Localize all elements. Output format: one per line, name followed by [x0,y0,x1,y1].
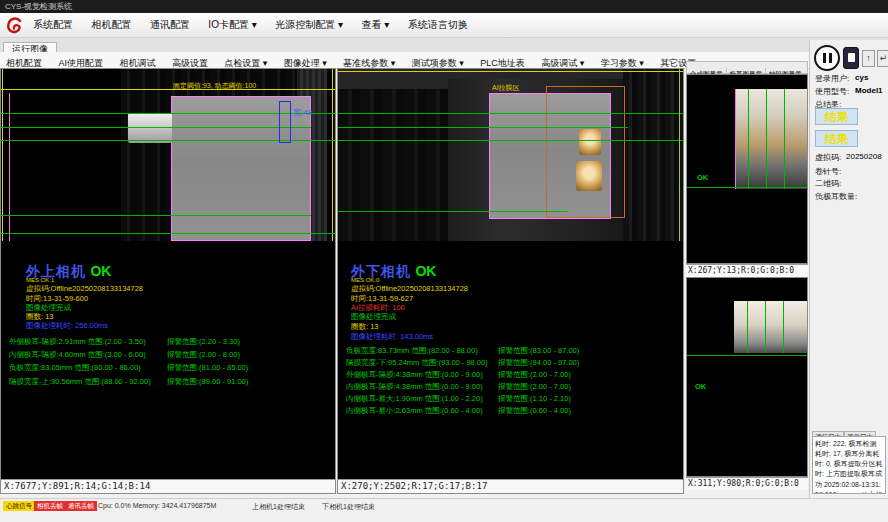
cpu-memory-status: Cpu: 0.0% Memory: 3424.41796875M [98,502,216,509]
center-elapsed-time: 图像处理耗时: 143.00ms [351,332,433,342]
enter-button[interactable]: ↵ [877,50,888,67]
guide-line-pink-v [9,93,10,241]
preview-view-lower[interactable]: OK [686,277,808,477]
measurement-text: 隔膜宽度-下:95.24mm 范围:(93.00 - 98.00) [346,358,488,367]
measurement-row: 内侧极耳-隔膜:4.60mm 范围:(3.00 - 6.00) 报警范围:(2.… [9,350,146,360]
upper-preview-coordinate-bar: X:267;Y:13;R:0;G:0;B:0 [686,264,808,277]
menu-bar: 系统配置 相机配置 通讯配置 IO卡配置 ▾ 光源控制配置 ▾ 查看 ▾ 系统语… [0,13,888,38]
measure-line-green-v1 [748,89,749,189]
center-process-done: 图像处理完成 [351,312,396,322]
menu-comm-config[interactable]: 通讯配置 [143,13,197,37]
measurement-text: 隔膜宽度-上:90.56mm 范围:(88.00 - 92.00) [9,377,151,386]
measure-line-green-2 [1,127,311,128]
center-turn-count: 圈数: 13 [351,322,379,332]
application-window: CYS-视觉检测系统 系统配置 相机配置 通讯配置 IO卡配置 ▾ 光源控制配置… [0,0,888,522]
left-threshold-label: 固定阈值:93, 动态阈值:100 [173,81,256,91]
measure-line-green-h [687,187,807,188]
measure-line-green-v3 [784,89,785,189]
view-tab-bar: 运行图像 [0,38,888,53]
measure-line-green-2 [338,127,628,128]
menu-light-config[interactable]: 光源控制配置 ▾ [268,13,350,37]
app-logo-icon [5,16,23,35]
measurement-text: 内侧极耳-隔膜:4.60mm 范围:(3.00 - 6.00) [9,350,146,359]
login-user-value: cys [855,73,868,82]
guide-line-yellow-h [338,71,683,72]
alarm-range-text: 报警范围:(1.10 - 2.10) [498,394,571,404]
preview-column: 合成图显示极耳图显示缺陷图显示 OK X:267;Y:13;R:0;G:0;B:… [686,61,808,490]
center-image-right-machinery [623,69,683,241]
measure-line-green-v2 [766,89,767,189]
winding-needle-label: 卷针号: [815,166,841,177]
pause-button[interactable] [814,45,840,71]
measurement-text: 内侧极耳-隔膜:4.38mm 范围:(0.00 - 9.00) [346,382,483,391]
measurement-row: 内侧极耳-隔膜:4.38mm 范围:(0.00 - 9.00) 报警范围:(2.… [346,382,483,392]
measurement-text: 内侧极耳-最小:2.63mm 范围:(0.60 - 4.00) [346,406,483,415]
measurement-row: 外侧极耳-隔膜:4.38mm 范围:(0.00 - 9.00) 报警范围:(2.… [346,370,483,380]
measurement-row: 内侧极耳-最小:2.63mm 范围:(0.60 - 4.00) 报警范围:(0.… [346,406,483,416]
alarm-range-text: 报警范围:(2.00 - 7.00) [498,382,571,392]
menu-view[interactable]: 查看 ▾ [354,13,396,37]
left-camera-panel[interactable]: 固定阈值:93, 动态阈值:100 宽:48 外上相机 OK MES:OK:1 … [0,68,336,494]
measurement-text: 负极宽度:83.05mm 范围:(80.00 - 86.00) [9,363,141,372]
login-user-label: 登录用户: [815,73,849,84]
move-up-button[interactable]: ↑ [862,50,875,67]
left-mes-status: MES:OK:1 [26,277,54,283]
left-barcode: 虚拟码:Offline20250208133134728 [26,284,143,294]
measurement-text: 外侧极耳-隔膜:2.91mm 范围:(2.00 - 3.50) [9,337,146,346]
measure-line-green-4 [338,211,568,212]
alarm-range-text: 报警范围:(89.00 - 91.00) [167,377,248,387]
measure-line-green-v1 [747,301,748,353]
measurement-row: 隔膜宽度-上:90.56mm 范围:(88.00 - 92.00) 报警范围:(… [9,377,151,387]
center-tab-highlight-2 [576,161,602,191]
center-result-ok: OK [415,263,436,279]
menu-camera-config[interactable]: 相机配置 [84,13,138,37]
menu-io-config[interactable]: IO卡配置 ▾ [201,13,263,37]
left-elapsed-time: 图像处理耗时: 256.00ms [26,321,108,331]
roi-line-pink [735,89,736,189]
center-mes-status: MES:OK:0 [351,277,379,283]
left-width-label: 宽:48 [293,107,312,118]
camera-frame-drop-badge: 相机丢帧 [34,501,66,511]
log-output[interactable]: 耗时: 222, 极耳检测耗时: 17, 极耳分离耗时: 0, 极耳提取分区耗时… [812,436,886,494]
center-image-left-machinery [338,89,448,241]
preview-view-upper[interactable]: OK [686,74,808,264]
measure-line-green-h [687,355,807,356]
measurement-text: 负极宽度:83.73mm 范围:(82.00 - 88.00) [346,346,478,355]
alarm-range-text: 报警范围:(2.00 - 7.00) [498,370,571,380]
return-arrow-icon: ↵ [880,53,888,63]
lower-winding-photo [734,301,807,353]
menu-language-switch[interactable]: 系统语言切换 [401,13,475,37]
guide-line-olive-v [679,69,680,241]
measurement-row: 内侧极耳-最大:1.90mm 范围:(1.00 - 2.20) 报警范围:(1.… [346,394,483,404]
window-title: CYS-视觉检测系统 [5,2,72,11]
measurement-row: 隔膜宽度-下:95.24mm 范围:(93.00 - 98.00) 报警范围:(… [346,358,488,368]
result-display-upper: 结果 [815,108,858,125]
measure-line-green-v2 [765,301,766,353]
right-sidebar: ↑ ↵ 登录用户: cys 使用型号: Model1 总结果: 结果 结果 虚拟… [809,40,888,498]
measure-line-green-v3 [783,301,784,353]
menu-system-config[interactable]: 系统配置 [26,13,80,37]
measurement-text: 外侧极耳-隔膜:4.38mm 范围:(0.00 - 9.00) [346,370,483,379]
center-camera-panel[interactable]: AI拉膜区 外下相机 OK MES:OK:0 虚拟码:Offline202502… [337,68,684,494]
alarm-range-text: 报警范围:(0.60 - 4.00) [498,406,571,416]
left-result-ok: OK [90,263,111,279]
upper-preview-result: OK [697,173,708,182]
card-icon [848,53,855,62]
snapshot-button[interactable] [843,47,859,69]
up-arrow-icon: ↑ [866,53,871,63]
measure-line-green-4 [1,215,311,216]
measurement-row: 负极宽度:83.05mm 范围:(80.00 - 86.00) 报警范围:(81… [9,363,141,373]
alarm-range-text: 报警范围:(2.20 - 3.30) [167,337,240,347]
virtual-code-value: 20250208 [846,152,882,161]
result-display-lower: 结果 [815,130,858,147]
left-roi-blue-rect [279,101,291,143]
virtual-code-label: 虚拟码: [815,152,841,163]
window-titlebar: CYS-视觉检测系统 [0,0,888,13]
comm-frame-drop-badge: 通讯丢帧 [65,501,97,511]
preview-tab-bar: 合成图显示极耳图显示缺陷图显示 [686,61,808,74]
alarm-range-text: 报警范围:(81.00 - 85.00) [167,363,248,373]
center-barcode: 虚拟码:Offline20250208133134728 [351,284,468,294]
alarm-range-text: 报警范围:(83.00 - 87.00) [498,346,579,356]
measure-line-green-5 [1,233,335,234]
heartbeat-badge: 心跳信号 [3,501,35,511]
